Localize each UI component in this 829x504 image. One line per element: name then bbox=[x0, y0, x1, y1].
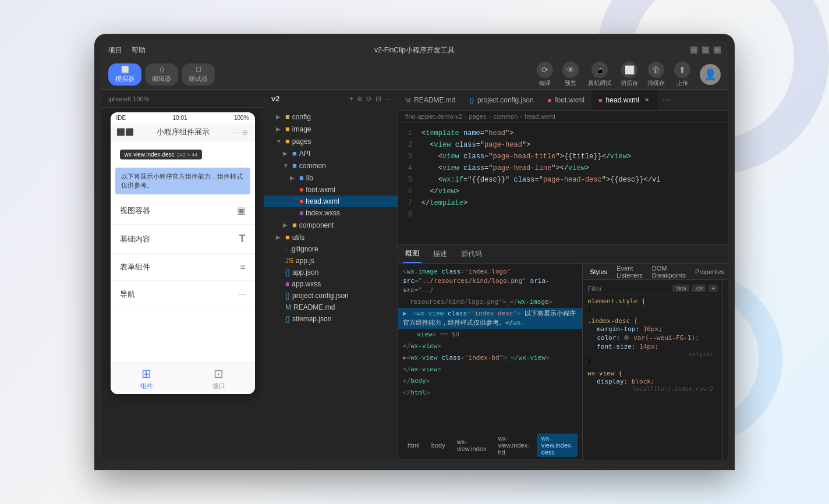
upload-button[interactable]: ⬆ 上传 bbox=[674, 62, 690, 87]
list-item-2-label: 基础内容 bbox=[120, 234, 150, 244]
tree-item-component[interactable]: ▶ ■ component bbox=[264, 219, 398, 231]
folder-icon: ■ bbox=[285, 233, 290, 242]
tab-source[interactable]: 源代码 bbox=[459, 245, 484, 263]
clear-cache-button[interactable]: 🗑 清缓存 bbox=[647, 62, 665, 87]
tree-item-common[interactable]: ▼ ■ common bbox=[264, 159, 398, 172]
styles-tab-events[interactable]: Event Listeners bbox=[614, 265, 645, 279]
tab-project-config[interactable]: {} project.config.json bbox=[463, 90, 541, 110]
user-avatar[interactable]: 👤 bbox=[700, 64, 721, 85]
clear-label: 清缓存 bbox=[647, 79, 665, 87]
line-content: <view class="page-head"> bbox=[421, 140, 728, 150]
background-label: 切后台 bbox=[621, 79, 638, 87]
filter-badge-hov[interactable]: :hov bbox=[672, 285, 689, 292]
tree-item-pages[interactable]: ▼ ■ pages bbox=[264, 135, 398, 147]
tree-item-app-js[interactable]: JS app.js bbox=[264, 255, 398, 267]
list-item-1[interactable]: 视图容器 ▣ bbox=[111, 197, 255, 225]
dom-line-7: </wx-view> bbox=[398, 364, 582, 375]
filter-badge-add[interactable]: + bbox=[708, 285, 718, 292]
tree-item-app-json[interactable]: {} app.json bbox=[264, 267, 398, 278]
tree-item-label: utils bbox=[292, 233, 304, 242]
tree-item-app-wxss[interactable]: ■ app.wxss bbox=[264, 278, 398, 290]
tree-item-image[interactable]: ▶ ■ image bbox=[264, 123, 398, 135]
tree-item-project-config[interactable]: {} project.config.json bbox=[264, 290, 398, 301]
dom-tree[interactable]: <wx-image class="index-logo" src="../res… bbox=[398, 264, 582, 431]
tab-close-icon[interactable]: ✕ bbox=[643, 96, 651, 104]
tree-item-api[interactable]: ▶ ■ API bbox=[264, 147, 398, 159]
css-close-2: } bbox=[587, 357, 718, 365]
el-tag-wx-view-desc[interactable]: wx-view.index-desc bbox=[537, 434, 578, 457]
tab-readme[interactable]: M README.md bbox=[398, 90, 463, 110]
preview-button[interactable]: 👁 预览 bbox=[562, 62, 579, 87]
tree-item-index-wxss[interactable]: ■ index.wxss bbox=[264, 207, 398, 219]
new-folder-icon[interactable]: ⊕ bbox=[357, 95, 363, 103]
tab-more-button[interactable]: ··· bbox=[658, 95, 675, 105]
list-item-2[interactable]: 基础内容 T bbox=[111, 225, 255, 254]
refresh-icon[interactable]: ⟳ bbox=[366, 95, 372, 103]
styles-tab-styles[interactable]: Styles bbox=[587, 268, 610, 275]
more-icon[interactable]: ··· bbox=[385, 95, 391, 103]
line-number: 2 bbox=[398, 140, 421, 150]
dom-line-3[interactable]: ▶ <wx-view class="index-desc"> 以下将展示小程序官… bbox=[398, 308, 582, 329]
tree-item-gitignore[interactable]: · .gitignore bbox=[264, 243, 398, 255]
tab-overview[interactable]: 概图 bbox=[403, 245, 421, 263]
tab-describe[interactable]: 描述 bbox=[431, 245, 449, 263]
sep-1: › bbox=[465, 113, 467, 120]
el-tag-html[interactable]: html bbox=[403, 441, 424, 450]
tab-foot-wxml[interactable]: ■ foot.wxml bbox=[541, 90, 591, 110]
sep-2: › bbox=[489, 113, 491, 120]
code-editor[interactable]: 1 <template name="head"> 2 <view class="… bbox=[398, 123, 728, 244]
filter-badge-cls[interactable]: .cls bbox=[692, 285, 706, 292]
styles-tab-props[interactable]: Properties bbox=[693, 268, 727, 275]
minimize-button[interactable]: ─ bbox=[690, 47, 697, 54]
chevron-icon: ▶ bbox=[276, 113, 283, 120]
tree-item-sitemap[interactable]: {} sitemap.json bbox=[264, 313, 398, 325]
el-tag-body[interactable]: body bbox=[427, 441, 450, 450]
el-tag-wx-view-hd[interactable]: wx-view.index-hd bbox=[493, 434, 534, 457]
editor-panel: M README.md {} project.config.json ■ foo… bbox=[398, 90, 728, 460]
maximize-button[interactable]: □ bbox=[702, 47, 709, 54]
phone-content: wx-view.index-desc 240 × 44 以下将展示小程序官方组件… bbox=[111, 141, 255, 363]
tree-item-head-wxml[interactable]: ■ head.wxml bbox=[264, 196, 398, 207]
code-line-3: 3 <view class="page-head-title">{{title}… bbox=[398, 151, 728, 162]
css-rule-element: element.style { } bbox=[583, 295, 722, 315]
tree-item-lib[interactable]: ▶ ■ lib bbox=[264, 172, 398, 184]
editor-button[interactable]: ⟨⟩ 编辑器 bbox=[145, 63, 178, 86]
new-file-icon[interactable]: + bbox=[349, 95, 353, 103]
chevron-icon: ▶ bbox=[290, 175, 297, 181]
background-button[interactable]: ⬜ 切后台 bbox=[621, 62, 638, 87]
tab-head-wxml[interactable]: ■ head.wxml ✕ bbox=[591, 90, 658, 110]
phone-tab-component[interactable]: ⊞ 组件 bbox=[111, 367, 183, 391]
styles-tab-dom-break[interactable]: DOM Breakpoints bbox=[650, 265, 688, 279]
list-item-4[interactable]: 导航 ··· bbox=[111, 281, 255, 308]
simulator-button[interactable]: ⬜ 模拟器 bbox=[108, 63, 141, 86]
tree-item-utils[interactable]: ▶ ■ utils bbox=[264, 231, 398, 243]
collapse-icon[interactable]: ⊟ bbox=[375, 95, 381, 103]
file-icon: {} bbox=[285, 315, 290, 323]
el-tag-wx-view-index[interactable]: wx-view.index bbox=[452, 437, 491, 453]
tree-item-label: pages bbox=[292, 137, 311, 145]
close-button[interactable]: ✕ bbox=[714, 47, 721, 54]
device-debug-button[interactable]: 📱 真机调试 bbox=[588, 62, 611, 87]
line-number: 7 bbox=[398, 198, 421, 208]
color-swatch bbox=[624, 335, 629, 340]
tree-item-config[interactable]: ▶ ■ config bbox=[264, 111, 398, 123]
tab-project-label: project.config.json bbox=[477, 96, 534, 104]
tree-item-readme[interactable]: M README.md bbox=[264, 301, 398, 313]
phone-tab-interface[interactable]: ⊡ 接口 bbox=[183, 367, 255, 391]
clear-icon: 🗑 bbox=[648, 62, 664, 78]
dom-line-4: view> == $0 bbox=[398, 329, 582, 340]
tester-button[interactable]: ☐ 测试器 bbox=[182, 63, 215, 86]
list-item-3[interactable]: 表单组件 ≡ bbox=[111, 254, 255, 281]
main-content: iphone6 100% IDE 10:01 100% ⬛⬛ 小程序组件 bbox=[101, 90, 728, 460]
interface-tab-icon: ⊡ bbox=[214, 367, 224, 381]
tree-item-foot-wxml[interactable]: ■ foot.wxml bbox=[264, 184, 398, 196]
line-number: 6 bbox=[398, 186, 421, 197]
list-item-1-icon: ▣ bbox=[237, 205, 246, 216]
compile-button[interactable]: ⟳ 编译 bbox=[537, 62, 553, 87]
breadcrumb-common: common bbox=[493, 113, 518, 120]
menu-project[interactable]: 项目 bbox=[108, 45, 122, 55]
menu-help[interactable]: 帮助 bbox=[132, 45, 146, 55]
tooltip-label: wx-view.index-desc bbox=[125, 151, 175, 158]
filter-input[interactable] bbox=[587, 285, 668, 292]
css-prop-2: color: var(--weui-FG-1); bbox=[587, 333, 718, 342]
